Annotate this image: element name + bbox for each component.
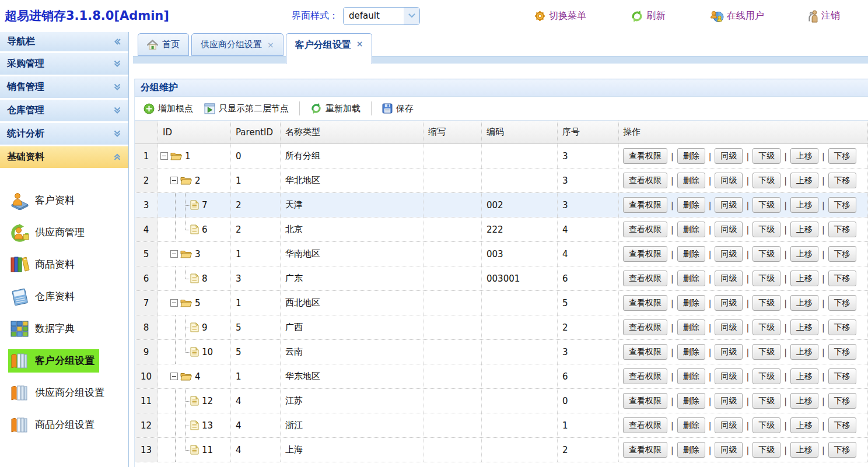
action-move-up-button[interactable]: 上移 — [790, 393, 818, 409]
action-view-permissions-button[interactable]: 查看权限 — [623, 319, 667, 335]
toolbar-show-second-level-button[interactable]: 只显示第二层节点 — [200, 101, 293, 117]
collapse-toggle-icon[interactable] — [170, 373, 178, 380]
action-move-up-button[interactable]: 上移 — [790, 197, 818, 213]
logout-button[interactable]: 注销 — [808, 10, 840, 23]
action-child-level-button[interactable]: 下级 — [752, 246, 780, 262]
action-child-level-button[interactable]: 下级 — [752, 271, 780, 286]
action-same-level-button[interactable]: 同级 — [715, 368, 743, 384]
sidebar-item-data-dictionary[interactable]: 数据字典 — [0, 312, 128, 345]
action-child-level-button[interactable]: 下级 — [752, 222, 780, 237]
table-row[interactable]: 895广西2查看权限|删除|同级|下级|上移|下移 — [135, 315, 868, 340]
action-move-down-button[interactable]: 下移 — [828, 295, 856, 311]
sidebar-item-customer-group-settings[interactable]: 客户分组设置 — [0, 345, 128, 377]
action-move-down-button[interactable]: 下移 — [828, 393, 856, 409]
table-row[interactable]: 13114上海2查看权限|删除|同级|下级|上移|下移 — [135, 438, 868, 462]
sidebar-item-goods-group-settings[interactable]: 商品分组设置 — [0, 409, 128, 441]
action-child-level-button[interactable]: 下级 — [752, 442, 780, 458]
sidebar-section-warehouse-management[interactable]: 仓库管理 — [0, 100, 128, 121]
action-move-down-button[interactable]: 下移 — [828, 417, 856, 433]
sidebar-header[interactable]: 导航栏 — [0, 32, 128, 51]
action-child-level-button[interactable]: 下级 — [752, 417, 780, 433]
table-row[interactable]: 110所有分组3查看权限|删除|同级|下级|上移|下移 — [135, 144, 868, 168]
ui-style-select[interactable]: default — [343, 7, 420, 25]
action-move-down-button[interactable]: 下移 — [828, 246, 856, 262]
sidebar-section-basic-data[interactable]: 基础资料 — [0, 146, 128, 168]
action-move-down-button[interactable]: 下移 — [828, 197, 856, 213]
action-move-up-button[interactable]: 上移 — [790, 148, 818, 164]
table-row[interactable]: 221华北地区3查看权限|删除|同级|下级|上移|下移 — [135, 168, 868, 193]
table-row[interactable]: 9105云南3查看权限|删除|同级|下级|上移|下移 — [135, 340, 868, 364]
online-users-button[interactable]: 在线用户 — [710, 10, 764, 23]
collapse-toggle-icon[interactable] — [160, 152, 168, 160]
action-delete-button[interactable]: 删除 — [677, 393, 705, 409]
table-row[interactable]: 11124江苏0查看权限|删除|同级|下级|上移|下移 — [135, 389, 868, 413]
toolbar-add-root-button[interactable]: 增加根点 — [139, 101, 197, 117]
action-move-up-button[interactable]: 上移 — [790, 246, 818, 262]
action-delete-button[interactable]: 删除 — [677, 319, 705, 335]
action-move-up-button[interactable]: 上移 — [790, 417, 818, 433]
action-move-up-button[interactable]: 上移 — [790, 319, 818, 335]
table-row[interactable]: 1041华东地区6查看权限|删除|同级|下级|上移|下移 — [135, 364, 868, 389]
sidebar-item-customer-data[interactable]: 客户资料 — [0, 184, 128, 216]
action-move-up-button[interactable]: 上移 — [790, 368, 818, 384]
collapse-toggle-icon[interactable] — [170, 299, 178, 307]
action-view-permissions-button[interactable]: 查看权限 — [623, 271, 667, 286]
table-row[interactable]: 531华南地区0034查看权限|删除|同级|下级|上移|下移 — [135, 242, 868, 266]
action-child-level-button[interactable]: 下级 — [752, 295, 780, 311]
action-view-permissions-button[interactable]: 查看权限 — [623, 197, 667, 213]
action-same-level-button[interactable]: 同级 — [715, 344, 743, 360]
action-delete-button[interactable]: 删除 — [677, 246, 705, 262]
sidebar-item-warehouse-data[interactable]: 仓库资料 — [0, 280, 128, 312]
action-child-level-button[interactable]: 下级 — [752, 393, 780, 409]
action-delete-button[interactable]: 删除 — [677, 271, 705, 286]
action-view-permissions-button[interactable]: 查看权限 — [623, 222, 667, 237]
action-view-permissions-button[interactable]: 查看权限 — [623, 344, 667, 360]
action-delete-button[interactable]: 删除 — [677, 222, 705, 237]
table-row[interactable]: 372天津0023查看权限|删除|同级|下级|上移|下移 — [135, 193, 868, 217]
table-row[interactable]: 683广东0030016查看权限|删除|同级|下级|上移|下移 — [135, 266, 868, 291]
close-icon[interactable]: × — [356, 39, 363, 48]
action-delete-button[interactable]: 删除 — [677, 344, 705, 360]
sidebar-item-goods-data[interactable]: 商品资料 — [0, 248, 128, 280]
action-child-level-button[interactable]: 下级 — [752, 344, 780, 360]
action-move-down-button[interactable]: 下移 — [828, 368, 856, 384]
action-delete-button[interactable]: 删除 — [677, 368, 705, 384]
action-move-up-button[interactable]: 上移 — [790, 344, 818, 360]
table-row[interactable]: 462北京2224查看权限|删除|同级|下级|上移|下移 — [135, 217, 868, 242]
action-view-permissions-button[interactable]: 查看权限 — [623, 295, 667, 311]
action-same-level-button[interactable]: 同级 — [715, 197, 743, 213]
tab-customer-group-settings[interactable]: 客户分组设置× — [286, 33, 373, 64]
action-same-level-button[interactable]: 同级 — [715, 393, 743, 409]
action-move-down-button[interactable]: 下移 — [828, 148, 856, 164]
action-delete-button[interactable]: 删除 — [677, 295, 705, 311]
column-header-parent-id[interactable]: ParentID — [231, 121, 281, 143]
action-delete-button[interactable]: 删除 — [677, 197, 705, 213]
action-same-level-button[interactable]: 同级 — [715, 246, 743, 262]
chevron-down-icon[interactable] — [404, 8, 419, 24]
action-move-down-button[interactable]: 下移 — [828, 442, 856, 458]
action-view-permissions-button[interactable]: 查看权限 — [623, 393, 667, 409]
action-same-level-button[interactable]: 同级 — [715, 173, 743, 188]
action-view-permissions-button[interactable]: 查看权限 — [623, 173, 667, 188]
action-move-down-button[interactable]: 下移 — [828, 344, 856, 360]
action-same-level-button[interactable]: 同级 — [715, 319, 743, 335]
action-child-level-button[interactable]: 下级 — [752, 148, 780, 164]
action-move-up-button[interactable]: 上移 — [790, 173, 818, 188]
column-header-name-type[interactable]: 名称类型 — [281, 121, 424, 143]
action-move-up-button[interactable]: 上移 — [790, 222, 818, 237]
collapse-toggle-icon[interactable] — [170, 177, 178, 184]
action-view-permissions-button[interactable]: 查看权限 — [623, 417, 667, 433]
action-delete-button[interactable]: 删除 — [677, 173, 705, 188]
action-child-level-button[interactable]: 下级 — [752, 173, 780, 188]
sidebar-section-sales-management[interactable]: 销售管理 — [0, 76, 128, 98]
column-header-abbr[interactable]: 缩写 — [424, 121, 482, 143]
action-same-level-button[interactable]: 同级 — [715, 295, 743, 311]
column-header-operations[interactable]: 操作 — [619, 121, 868, 143]
tab-supplier-group-settings[interactable]: 供应商分组设置× — [191, 33, 284, 56]
table-row[interactable]: 751西北地区5查看权限|删除|同级|下级|上移|下移 — [135, 291, 868, 315]
column-header-seq[interactable]: 序号 — [558, 121, 619, 143]
action-delete-button[interactable]: 删除 — [677, 417, 705, 433]
action-move-down-button[interactable]: 下移 — [828, 319, 856, 335]
toolbar-save-button[interactable]: 保存 — [378, 101, 418, 117]
collapse-toggle-icon[interactable] — [170, 250, 178, 258]
